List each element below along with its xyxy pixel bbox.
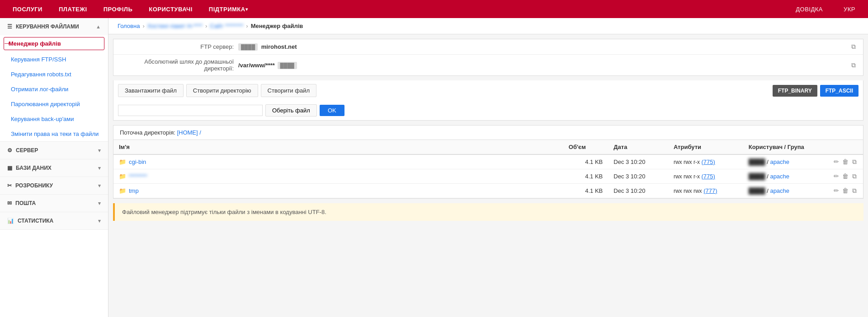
sidebar-item-logs[interactable]: Отримати лог-файли (0, 82, 108, 97)
toolbar: Завантажити файл Створити директорію Ств… (113, 80, 863, 101)
file-actions-cell: ✏ 🗑 ⧉ (818, 169, 863, 184)
file-table: Ім'я Об'єм Дата Атрибути Користувач / Гр… (113, 140, 863, 198)
sidebar-section-server: ⚙ СЕРВЕР ▾ (0, 142, 108, 159)
sidebar-section-stats-header[interactable]: 📊 СТАТИСТИКА ▾ (0, 212, 108, 229)
sidebar-section-developer-header[interactable]: ✂ РОЗРОБНИКУ ▾ (0, 177, 108, 194)
col-header-attr: Атрибути (668, 140, 743, 154)
attr-badge[interactable]: (777) (703, 187, 717, 194)
sidebar-section-databases-header[interactable]: ▦ БАЗИ ДАНИХ ▾ (0, 159, 108, 177)
ftp-mode-buttons: FTP_BINARY FTP_ASCII (773, 85, 859, 97)
nav-payments[interactable]: ПЛАТЕЖІ (51, 0, 95, 18)
nav-profile[interactable]: ПРОФІЛЬ (95, 0, 141, 18)
nav-support[interactable]: ПІДТРИМКА (201, 0, 256, 18)
file-user: ████ (749, 173, 765, 180)
file-user-cell: ████ / apache (743, 169, 818, 184)
col-header-size: Об'єм (563, 140, 608, 154)
file-link[interactable]: cgi-bin (129, 158, 146, 165)
choose-file-button[interactable]: Оберіть файл (265, 104, 317, 117)
nav-services[interactable]: ПОСЛУГИ (5, 0, 51, 18)
current-dir-link[interactable]: [HOME] / (177, 129, 201, 136)
ftp-binary-button[interactable]: FTP_BINARY (773, 85, 817, 97)
breadcrumb-current: Менеджер файлів (251, 23, 303, 29)
sidebar-item-password-dirs[interactable]: Паролювання директорій (0, 97, 108, 112)
ftp-path-copy-icon[interactable]: ⧉ (851, 61, 856, 69)
breadcrumb-site[interactable]: Сайт ******** (210, 23, 243, 29)
create-file-button[interactable]: Створити файл (261, 84, 316, 97)
delete-icon[interactable]: 🗑 (842, 172, 849, 180)
file-link[interactable]: tmp (129, 187, 139, 194)
file-attr-cell: rwx rwx rwx (777) (668, 184, 743, 198)
server-icon: ⚙ (7, 147, 12, 154)
file-size-cell: 4.1 KB (563, 169, 608, 184)
upload-file-button[interactable]: Завантажити файл (118, 84, 184, 97)
delete-icon[interactable]: 🗑 (842, 187, 849, 194)
create-directory-button[interactable]: Створити директорію (186, 84, 258, 97)
file-table-header-row: Ім'я Об'єм Дата Атрибути Користувач / Гр… (113, 140, 863, 154)
mail-icon: ✉ (7, 200, 12, 206)
copy-icon[interactable]: ⧉ (852, 172, 857, 180)
file-upload-input[interactable] (118, 105, 263, 116)
col-header-name: Ім'я (113, 140, 563, 154)
edit-icon[interactable]: ✏ (834, 172, 839, 180)
sidebar-item-ftp-ssh[interactable]: Керування FTP/SSH (0, 52, 108, 67)
databases-section-arrow: ▾ (98, 165, 101, 171)
sidebar-section-files-header[interactable]: ☰ КЕРУВАННЯ ФАЙЛАМИ ▲ (0, 18, 108, 35)
developer-section-arrow: ▾ (98, 183, 101, 189)
table-row: 📁********4.1 KBDec 3 10:20rwx rwx r-x (7… (113, 169, 863, 184)
edit-icon[interactable]: ✏ (834, 158, 839, 165)
server-section-label: СЕРВЕР (16, 147, 98, 154)
attr-badge[interactable]: (775) (702, 173, 715, 180)
sidebar-section-files: ☰ КЕРУВАННЯ ФАЙЛАМИ ▲ → Менеджер файлів … (0, 18, 108, 142)
nav-help[interactable]: ДОВІДКА (788, 0, 831, 18)
developer-icon: ✂ (7, 182, 12, 189)
sidebar-section-server-header[interactable]: ⚙ СЕРВЕР ▾ (0, 142, 108, 159)
info-box: Файловий менеджер підтримує тільки файли… (113, 203, 863, 221)
top-nav-left: ПОСЛУГИ ПЛАТЕЖІ ПРОФІЛЬ КОРИСТУВАЧІ ПІДТ… (5, 0, 256, 18)
table-row: 📁cgi-bin4.1 KBDec 3 10:20rwx rwx r-x (77… (113, 154, 863, 169)
sidebar-item-permissions[interactable]: Змінити права на теки та файли (0, 126, 108, 141)
ftp-ascii-button[interactable]: FTP_ASCII (820, 85, 859, 97)
breadcrumb-home[interactable]: Головна (118, 23, 140, 29)
sidebar-item-backup[interactable]: Керування back-up'ами (0, 112, 108, 126)
breadcrumb-hosting[interactable]: Хостинг-пакет H-**** (147, 23, 203, 29)
breadcrumb-sep-3: › (246, 23, 248, 29)
copy-icon[interactable]: ⧉ (852, 187, 857, 194)
top-navigation: ПОСЛУГИ ПЛАТЕЖІ ПРОФІЛЬ КОРИСТУВАЧІ ПІДТ… (0, 0, 868, 18)
sidebar-section-databases: ▦ БАЗИ ДАНИХ ▾ (0, 159, 108, 177)
upload-ok-button[interactable]: OK (320, 105, 344, 116)
sidebar-item-robots[interactable]: Редагування robots.txt (0, 67, 108, 82)
folder-icon: 📁 (119, 187, 126, 194)
file-actions-cell: ✏ 🗑 ⧉ (818, 154, 863, 169)
nav-users[interactable]: КОРИСТУВАЧІ (141, 0, 201, 18)
main-content: Головна › Хостинг-пакет H-**** › Сайт **… (108, 18, 868, 317)
file-date-cell: Dec 3 10:20 (608, 184, 668, 198)
file-name-cell: 📁tmp (113, 184, 563, 198)
breadcrumb-sep-2: › (205, 23, 207, 29)
sidebar-section-mail: ✉ ПОШТА ▾ (0, 195, 108, 212)
sidebar-section-developer: ✂ РОЗРОБНИКУ ▾ (0, 177, 108, 195)
sidebar-item-filemanager[interactable]: Менеджер файлів (4, 37, 104, 50)
sidebar-section-mail-header[interactable]: ✉ ПОШТА ▾ (0, 195, 108, 212)
edit-icon[interactable]: ✏ (834, 187, 839, 194)
file-group: apache (770, 158, 789, 165)
nav-lang[interactable]: УКР (835, 0, 863, 18)
current-dir-label: Поточна директорія: (120, 129, 175, 136)
ftp-server-copy-icon[interactable]: ⧉ (851, 43, 856, 51)
folder-icon: 📁 (119, 158, 126, 165)
file-table-head: Ім'я Об'єм Дата Атрибути Користувач / Гр… (113, 140, 863, 154)
files-section-arrow: ▲ (96, 24, 101, 29)
ftp-info-box: FTP сервер: ████ mirohost.net ⧉ Абсолютн… (113, 39, 863, 76)
upload-row: Оберіть файл OK (113, 101, 863, 121)
attr-text: rwx rwx rwx (674, 188, 702, 194)
file-link[interactable]: ******** (129, 173, 147, 180)
copy-icon[interactable]: ⧉ (852, 158, 857, 165)
mail-section-arrow: ▾ (98, 200, 101, 206)
file-name-cell: 📁******** (113, 169, 563, 184)
breadcrumb-sep-1: › (142, 23, 144, 29)
file-name-cell: 📁cgi-bin (113, 154, 563, 169)
attr-badge[interactable]: (775) (702, 158, 715, 165)
delete-icon[interactable]: 🗑 (842, 158, 849, 165)
databases-section-label: БАЗИ ДАНИХ (16, 165, 98, 171)
mail-section-label: ПОШТА (15, 200, 98, 206)
col-header-date: Дата (608, 140, 668, 154)
